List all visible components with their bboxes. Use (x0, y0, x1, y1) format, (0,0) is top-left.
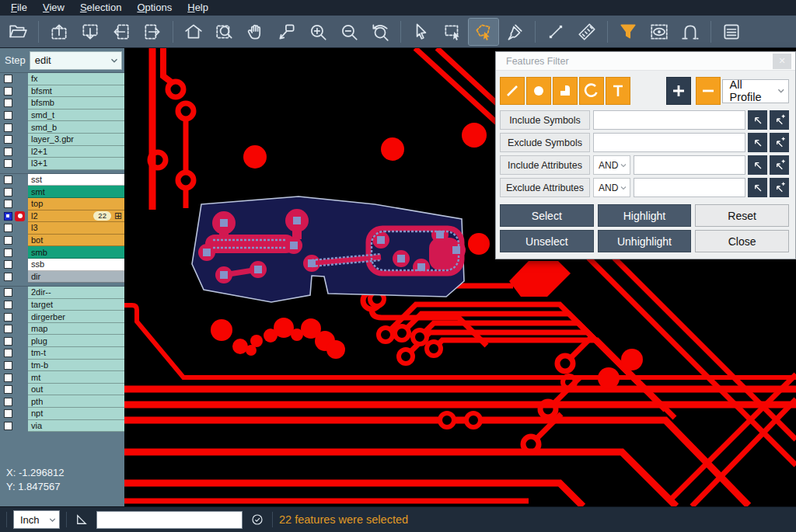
layer-name[interactable]: bfsmb (28, 97, 124, 110)
layer-name[interactable]: sst (28, 174, 124, 186)
layer-row-fx[interactable]: fx (0, 73, 124, 85)
layer-name[interactable]: layer_3.gbr (28, 134, 124, 146)
layer-row-bfsmt[interactable]: bfsmt (0, 85, 124, 98)
pick-add-symbol-button[interactable] (770, 133, 789, 152)
include-attributes-field[interactable] (634, 155, 745, 175)
home-icon[interactable] (179, 19, 208, 45)
layer-row-tm-b[interactable]: tm-b (0, 360, 124, 372)
menu-selection[interactable]: Selection (72, 1, 129, 16)
menu-help[interactable]: Help (180, 1, 216, 16)
exclude-symbols-field[interactable] (593, 133, 745, 152)
layer-row-l2+1[interactable]: l2+1 (0, 146, 124, 158)
layer-checkbox[interactable] (4, 176, 12, 184)
reset-button[interactable]: Reset (695, 204, 789, 227)
surface-tool-icon[interactable] (553, 77, 578, 105)
report-list-icon[interactable] (717, 19, 746, 45)
layer-row-bot[interactable]: bot (0, 235, 124, 247)
select-polygon-icon[interactable] (469, 19, 498, 45)
pan-down-icon[interactable] (75, 19, 105, 45)
layer-row-out[interactable]: out (0, 384, 124, 396)
layer-checkbox[interactable] (4, 361, 12, 370)
layer-name[interactable]: tm-b (28, 360, 124, 372)
layer-checkbox[interactable] (4, 249, 12, 257)
layer-name[interactable]: bot (28, 235, 124, 247)
arc-tool-icon[interactable] (579, 77, 604, 105)
layer-checkbox[interactable] (4, 188, 12, 196)
layer-row-ssb[interactable]: ssb (0, 259, 124, 271)
include-symbols-button[interactable]: Include Symbols (500, 110, 590, 130)
layer-name[interactable]: smd_t (28, 110, 124, 122)
pan-left-icon[interactable] (106, 19, 136, 45)
layer-row-npt[interactable]: npt (0, 408, 124, 420)
layer-name[interactable]: bfsmt (28, 85, 124, 98)
layer-checkbox[interactable] (4, 99, 12, 107)
layer-name[interactable]: mt (28, 371, 124, 384)
exclude-attributes-button[interactable]: Exclude Attributes (500, 178, 590, 197)
units-select[interactable]: Inch (13, 510, 60, 529)
include-attributes-and-select[interactable]: AND (593, 155, 630, 175)
pad-tool-icon[interactable] (526, 77, 551, 105)
layer-row-dir[interactable]: dir (0, 271, 124, 283)
layer-checkbox[interactable] (4, 159, 12, 168)
pan-hand-icon[interactable] (241, 19, 271, 45)
pick-add-attribute-button[interactable] (770, 178, 789, 197)
view-options-icon[interactable] (644, 19, 674, 45)
pick-add-symbol-button[interactable] (770, 110, 789, 130)
add-filter-button[interactable] (666, 77, 691, 105)
layer-checkbox[interactable] (4, 148, 12, 156)
layer-checkbox[interactable] (4, 75, 12, 83)
layer-row-l2[interactable]: l222⊞ (0, 210, 124, 223)
menu-file[interactable]: File (3, 1, 35, 16)
layer-name[interactable]: dir (28, 271, 124, 283)
layer-name[interactable]: l3+1 (28, 158, 124, 170)
layer-name[interactable]: pth (28, 395, 124, 408)
dialog-titlebar[interactable]: Features Filter ✕ (496, 52, 795, 71)
pan-right-icon[interactable] (138, 19, 167, 45)
layer-name[interactable]: tm-t (28, 347, 124, 360)
layer-checkbox[interactable] (4, 260, 12, 269)
pick-add-attribute-button[interactable] (770, 155, 789, 175)
select-button[interactable]: Select (500, 204, 594, 227)
pick-attribute-button[interactable] (748, 155, 767, 175)
layer-row-via[interactable]: via (0, 420, 124, 433)
layer-checkbox[interactable] (4, 87, 12, 96)
pick-symbol-button[interactable] (748, 133, 767, 152)
layer-row-smb[interactable]: smb (0, 246, 124, 259)
layer-row-l3[interactable]: l3 (0, 222, 124, 235)
remove-filter-button[interactable] (696, 77, 721, 105)
command-input[interactable] (96, 511, 243, 529)
layer-row-map[interactable]: map (0, 323, 124, 336)
close-icon[interactable]: ✕ (773, 54, 791, 69)
layer-checkbox[interactable] (4, 398, 12, 406)
pick-symbol-button[interactable] (748, 110, 767, 130)
zoom-in-icon[interactable] (303, 19, 333, 45)
layer-row-smd_t[interactable]: smd_t (0, 110, 124, 122)
close-button[interactable]: Close (695, 230, 789, 252)
unhighlight-button[interactable]: Unhighlight (598, 230, 692, 252)
exclude-symbols-button[interactable]: Exclude Symbols (500, 133, 590, 152)
zoom-out-icon[interactable] (334, 19, 364, 45)
layer-checkbox[interactable] (4, 349, 12, 357)
layer-name[interactable]: top (28, 198, 124, 210)
layer-checkbox[interactable] (4, 385, 12, 394)
layer-row-mt[interactable]: mt (0, 371, 124, 384)
layer-checkbox[interactable] (4, 200, 12, 208)
layer-checkbox[interactable] (4, 123, 12, 132)
layer-checkbox[interactable] (4, 301, 12, 309)
layer-name[interactable]: l222⊞ (28, 210, 124, 223)
layer-row-tm-t[interactable]: tm-t (0, 347, 124, 360)
layer-row-smd_b[interactable]: smd_b (0, 121, 124, 134)
layer-name[interactable]: l3 (28, 222, 124, 235)
layer-name[interactable]: smd_b (28, 121, 124, 134)
step-select[interactable]: edit (30, 51, 122, 70)
select-rectangle-icon[interactable] (438, 19, 467, 45)
layer-row-target[interactable]: target (0, 299, 124, 311)
layer-checkbox[interactable] (4, 212, 12, 221)
net-query-icon[interactable] (676, 19, 705, 45)
layer-name[interactable]: target (28, 299, 124, 311)
layer-checkbox[interactable] (4, 224, 12, 232)
layer-name[interactable]: via (28, 420, 124, 433)
layer-row-dirgerber[interactable]: dirgerber (0, 311, 124, 323)
include-symbols-field[interactable] (593, 110, 745, 130)
zoom-previous-icon[interactable] (365, 19, 395, 45)
